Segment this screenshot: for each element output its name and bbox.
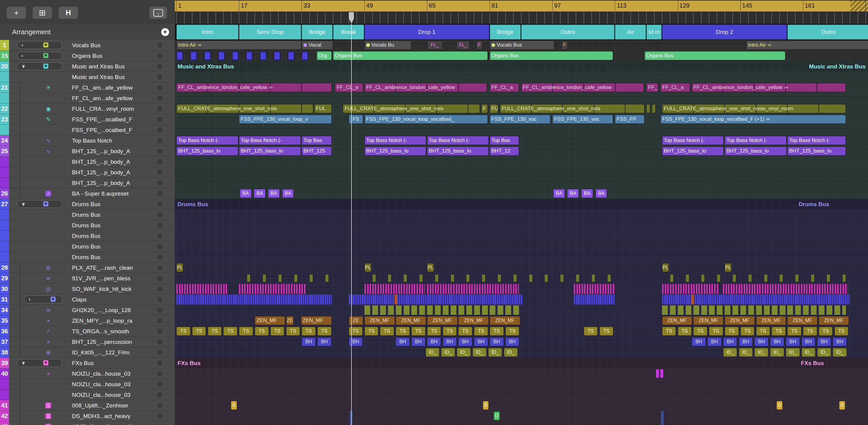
region-block[interactable] xyxy=(218,52,225,60)
region-block[interactable] xyxy=(497,274,501,282)
region-block[interactable] xyxy=(764,274,768,282)
chevron-right-icon[interactable]: › xyxy=(29,296,30,303)
region[interactable]: BH xyxy=(707,337,722,346)
region[interactable]: FULL_CRATE_atmosphere_one_shot_nois xyxy=(500,104,645,113)
region-block[interactable] xyxy=(529,274,533,282)
region[interactable]: ZEN_MF xyxy=(490,316,520,325)
region[interactable]: ZEN_MF xyxy=(787,316,817,325)
region[interactable]: BA xyxy=(581,189,593,198)
region[interactable]: PL xyxy=(725,263,732,272)
region[interactable]: Top Bass Notch (- xyxy=(725,136,787,145)
region-block[interactable] xyxy=(190,52,197,60)
region-block[interactable] xyxy=(388,274,391,282)
region-block[interactable] xyxy=(435,274,438,282)
add-arrangement-marker-button[interactable]: + xyxy=(161,28,169,36)
region[interactable]: Organs Bus xyxy=(490,51,613,60)
region[interactable]: TS xyxy=(458,327,472,336)
region[interactable]: FF_CL_ambience_london_cafe_yellow∞ xyxy=(692,83,846,92)
region[interactable]: TS xyxy=(474,327,488,336)
track-row[interactable]: Drums Bus xyxy=(0,220,175,231)
region-block[interactable] xyxy=(247,274,250,282)
region-block[interactable] xyxy=(795,274,799,282)
track-row[interactable]: BHT_125_...p_body_A xyxy=(0,157,175,167)
track-stack-chip[interactable]: › xyxy=(17,52,62,60)
region[interactable]: FSS_FPE_130_vocal_loop_vocalbed_ xyxy=(365,115,488,124)
chevron-down-icon[interactable]: ∨ xyxy=(22,359,25,366)
mute-dot[interactable] xyxy=(157,371,162,376)
region[interactable]: TS xyxy=(599,327,614,336)
region[interactable]: BH xyxy=(490,337,504,346)
region[interactable]: ID_ xyxy=(488,348,502,357)
region[interactable]: BH xyxy=(427,337,441,346)
mute-dot[interactable] xyxy=(157,191,162,196)
region-block[interactable] xyxy=(325,274,329,282)
region-block[interactable] xyxy=(545,274,548,282)
region[interactable]: BA xyxy=(553,189,565,198)
region-block[interactable] xyxy=(246,52,252,60)
mute-dot[interactable] xyxy=(157,233,162,238)
region[interactable]: TS xyxy=(756,327,770,336)
region[interactable]: ID_ xyxy=(786,348,800,357)
region[interactable]: TS xyxy=(427,327,441,336)
chevron-right-icon[interactable]: › xyxy=(22,41,23,49)
region[interactable]: BH xyxy=(692,337,706,346)
mute-dot[interactable] xyxy=(157,286,162,291)
region[interactable]: ID_ xyxy=(770,348,784,357)
mute-dot[interactable] xyxy=(157,212,162,217)
mute-dot[interactable] xyxy=(157,392,162,397)
region[interactable]: PL xyxy=(427,263,434,272)
region[interactable]: TS xyxy=(490,327,504,336)
region[interactable]: TS xyxy=(192,327,206,336)
region[interactable]: TS xyxy=(286,327,300,336)
region[interactable]: TS xyxy=(725,327,739,336)
region[interactable]: ZEN_MF xyxy=(365,316,395,325)
region[interactable]: Top Bass Notch (- xyxy=(427,136,489,145)
region-block[interactable] xyxy=(717,274,720,282)
region-block[interactable] xyxy=(670,274,674,282)
mute-dot[interactable] xyxy=(157,149,162,154)
mute-dot[interactable] xyxy=(157,180,162,186)
region[interactable]: PL xyxy=(176,263,183,272)
region[interactable]: ZEN_MF xyxy=(458,316,489,325)
region[interactable]: ID_ xyxy=(723,348,737,357)
region[interactable]: Top Bass Notch (- xyxy=(239,136,301,145)
region[interactable]: BH xyxy=(302,337,316,346)
region-block[interactable] xyxy=(451,274,454,282)
mute-dot[interactable] xyxy=(157,414,162,419)
region[interactable]: ID_ xyxy=(457,348,471,357)
bar-ruler[interactable]: 1173349658197113129145161177 xyxy=(175,0,868,12)
region[interactable]: TS xyxy=(270,327,285,336)
region[interactable]: ZEN_MF xyxy=(427,316,458,325)
region[interactable]: ID_ xyxy=(426,348,440,357)
section-marker[interactable]: Drop 2 xyxy=(662,25,787,39)
region[interactable]: TS xyxy=(396,327,410,336)
region-block[interactable] xyxy=(482,274,486,282)
mute-dot[interactable] xyxy=(157,85,162,90)
track-row[interactable]: 22◉FULL_CRA...vinyl_room xyxy=(0,104,175,114)
region[interactable]: TS xyxy=(208,327,222,336)
region-block[interactable] xyxy=(394,294,397,305)
track-stack-chip[interactable]: › xyxy=(17,41,62,49)
region[interactable]: TS xyxy=(678,327,692,336)
region[interactable]: Top Bass Notch (- xyxy=(662,136,724,145)
region[interactable]: BH xyxy=(458,337,472,346)
region-block[interactable] xyxy=(691,294,694,305)
region-block[interactable] xyxy=(779,274,783,282)
region[interactable]: ID_ xyxy=(441,348,455,357)
region-block[interactable] xyxy=(662,284,719,294)
region-block[interactable] xyxy=(302,52,308,60)
section-marker[interactable]: Break xyxy=(333,25,364,39)
region[interactable]: ID_ xyxy=(504,348,518,357)
region[interactable]: D xyxy=(494,412,500,421)
region[interactable]: 0 xyxy=(231,401,237,410)
region-block[interactable] xyxy=(652,104,656,113)
region[interactable]: BH xyxy=(396,337,410,346)
track-row[interactable]: 34≍GH2K20_..._Loop_128 xyxy=(0,305,175,315)
mute-dot[interactable] xyxy=(157,43,162,48)
mute-dot[interactable] xyxy=(157,318,162,323)
region[interactable]: ID_ xyxy=(802,348,816,357)
track-row[interactable]: NOIZU_cla...house_03 xyxy=(0,390,175,400)
section-marker[interactable]: Intro xyxy=(177,25,238,39)
region-block[interactable] xyxy=(560,274,564,282)
region-block[interactable] xyxy=(842,274,846,282)
